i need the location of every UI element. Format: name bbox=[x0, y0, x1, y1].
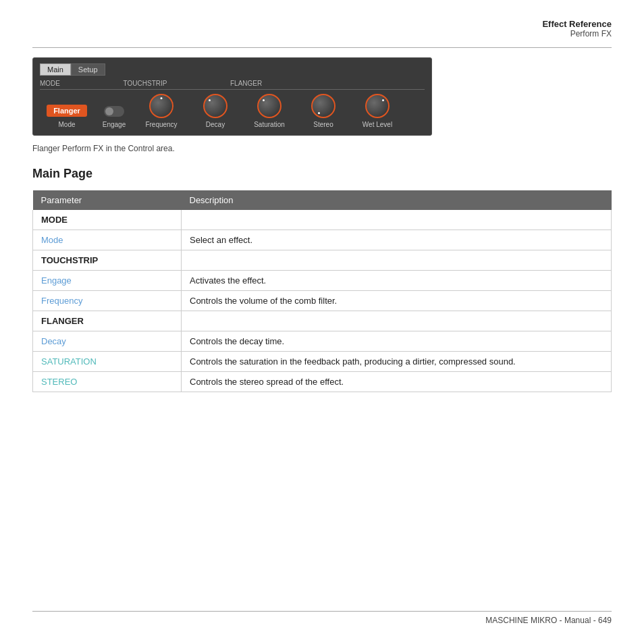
decay-label: Decay bbox=[206, 121, 225, 128]
mode-button-label[interactable]: Flanger bbox=[47, 105, 87, 117]
table-row: Decay Controls the decay time. bbox=[33, 331, 612, 352]
control-decay: Decay bbox=[188, 94, 242, 128]
device-section-labels: MODE TOUCHSTRIP FLANGER bbox=[40, 80, 425, 90]
saturation-knob-indicator bbox=[263, 99, 265, 101]
control-mode: Flanger Mode bbox=[40, 105, 94, 128]
group-header-param: MODE bbox=[33, 210, 182, 230]
page-header: Effect Reference Perform FX bbox=[542, 19, 612, 38]
col-header-parameter: Parameter bbox=[33, 190, 182, 210]
frequency-label: Frequency bbox=[145, 121, 177, 128]
device-controls: Flanger Mode Engage Frequency Decay bbox=[40, 94, 425, 128]
table-row: STEREO Controls the stereo spread of the… bbox=[33, 372, 612, 392]
tab-setup[interactable]: Setup bbox=[71, 63, 105, 76]
control-frequency: Frequency bbox=[134, 94, 188, 128]
wet-level-knob[interactable] bbox=[365, 94, 390, 118]
device-tabs: Main Setup bbox=[40, 63, 425, 76]
saturation-knob[interactable] bbox=[257, 94, 281, 118]
engage-toggle[interactable] bbox=[104, 106, 124, 117]
section-mode: MODE bbox=[40, 80, 65, 87]
param-name: Decay bbox=[33, 331, 182, 352]
device-screenshot: Main Setup MODE TOUCHSTRIP FLANGER Flang… bbox=[32, 57, 432, 136]
decay-knob[interactable] bbox=[203, 94, 227, 118]
header-subtitle: Perform FX bbox=[542, 29, 612, 38]
table-row: Mode Select an effect. bbox=[33, 230, 612, 250]
table-row: SATURATION Controls the saturation in th… bbox=[33, 352, 612, 372]
section-touchstrip: TOUCHSTRIP bbox=[118, 80, 173, 87]
table-row: Engage Activates the effect. bbox=[33, 271, 612, 291]
control-wet-level: Wet Level bbox=[350, 94, 404, 128]
mode-label: Mode bbox=[58, 121, 75, 128]
stereo-knob[interactable] bbox=[311, 94, 336, 118]
control-stereo: Stereo bbox=[296, 94, 350, 128]
params-table: Parameter Description MODE Mode Select a… bbox=[32, 190, 612, 392]
param-name: Mode bbox=[33, 230, 182, 250]
section-flanger: FLANGER bbox=[225, 80, 267, 87]
param-name: Engage bbox=[33, 271, 182, 291]
stereo-knob-indicator bbox=[318, 112, 320, 114]
tab-main[interactable]: Main bbox=[40, 63, 71, 76]
wet-level-label: Wet Level bbox=[363, 121, 392, 128]
col-header-description: Description bbox=[182, 190, 612, 210]
control-engage: Engage bbox=[94, 106, 134, 128]
param-desc: Select an effect. bbox=[182, 230, 612, 250]
wet-level-knob-indicator bbox=[382, 99, 384, 101]
table-row: FLANGER bbox=[33, 311, 612, 331]
content-area: Main Setup MODE TOUCHSTRIP FLANGER Flang… bbox=[32, 57, 612, 392]
table-row: Frequency Controls the volume of the com… bbox=[33, 291, 612, 311]
param-name: Frequency bbox=[33, 291, 182, 311]
group-header-param: TOUCHSTRIP bbox=[33, 250, 182, 271]
control-saturation: Saturation bbox=[242, 94, 296, 128]
param-desc: Controls the saturation in the feedback … bbox=[182, 352, 612, 372]
footer-divider bbox=[32, 611, 612, 612]
saturation-label: Saturation bbox=[254, 121, 285, 128]
param-name: STEREO bbox=[33, 372, 182, 392]
header-title: Effect Reference bbox=[542, 19, 612, 29]
group-header-desc bbox=[182, 210, 612, 230]
table-row: TOUCHSTRIP bbox=[33, 250, 612, 271]
caption-text: Flanger Perform FX in the Control area. bbox=[32, 144, 612, 153]
group-header-param: FLANGER bbox=[33, 311, 182, 331]
param-desc: Controls the stereo spread of the effect… bbox=[182, 372, 612, 392]
param-desc: Controls the decay time. bbox=[182, 331, 612, 352]
footer-text: MASCHINE MIKRO - Manual - 649 bbox=[485, 616, 612, 625]
param-name: SATURATION bbox=[33, 352, 182, 372]
param-desc: Controls the volume of the comb filter. bbox=[182, 291, 612, 311]
group-header-desc bbox=[182, 250, 612, 271]
decay-knob-indicator bbox=[209, 99, 211, 101]
main-page-heading: Main Page bbox=[32, 167, 612, 181]
stereo-label: Stereo bbox=[313, 121, 333, 128]
group-header-desc bbox=[182, 311, 612, 331]
engage-label: Engage bbox=[103, 121, 126, 128]
frequency-knob[interactable] bbox=[149, 94, 173, 118]
table-row: MODE bbox=[33, 210, 612, 230]
frequency-knob-indicator bbox=[161, 97, 163, 99]
param-desc: Activates the effect. bbox=[182, 271, 612, 291]
header-divider bbox=[32, 47, 612, 48]
